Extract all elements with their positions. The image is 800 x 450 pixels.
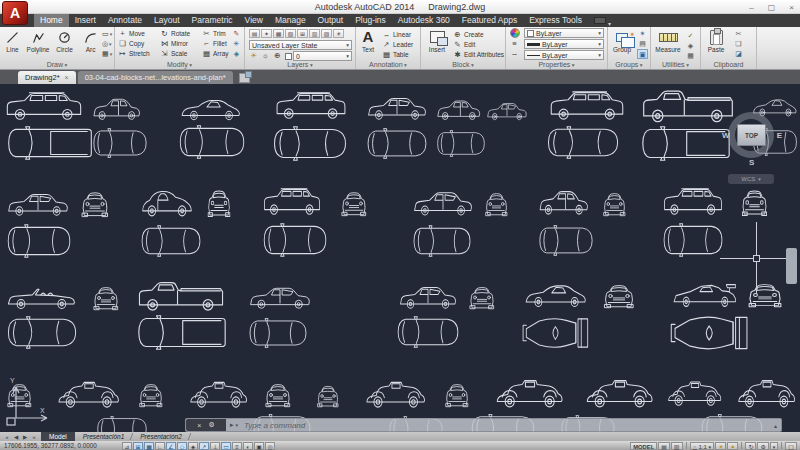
- 3d-object-snap-toggle[interactable]: ◈: [188, 442, 198, 450]
- object-snap-tracking-toggle[interactable]: ↗: [199, 442, 209, 450]
- car-block-pickup[interactable]: [640, 87, 736, 125]
- measure-button[interactable]: Measure: [654, 29, 682, 53]
- layer-tool-icon-6[interactable]: ▨: [321, 29, 332, 38]
- car-block-front[interactable]: [602, 283, 636, 309]
- ribbon-display-toggle[interactable]: [594, 14, 611, 27]
- car-block-race-top[interactable]: [670, 312, 752, 354]
- car-block-front[interactable]: [92, 285, 120, 311]
- viewcube-top-face[interactable]: TOP: [737, 124, 766, 146]
- offset-tool[interactable]: ◈: [231, 49, 242, 59]
- car-block-front[interactable]: [602, 191, 627, 217]
- layer-tool-icon-7[interactable]: ☀: [333, 29, 344, 38]
- car-block-sedan[interactable]: [6, 190, 70, 218]
- file-tab-cad-blocks[interactable]: 03-04-cad-blocks-net...levations-and-pla…: [78, 71, 233, 84]
- command-history-icon[interactable]: [774, 422, 777, 429]
- annotation-scale-button[interactable]: 1:1: [690, 442, 714, 450]
- car-block-car-top[interactable]: [436, 130, 486, 157]
- copy-clip-tool[interactable]: ❏: [733, 39, 744, 49]
- close-button[interactable]: [789, 3, 794, 12]
- car-block-race[interactable]: [672, 280, 738, 308]
- first-layout-button[interactable]: [3, 434, 11, 440]
- car-block-car-top[interactable]: [248, 318, 308, 348]
- car-block-suv[interactable]: [548, 89, 626, 122]
- layers-panel-label[interactable]: Layers: [245, 60, 355, 69]
- workspace-sync-button[interactable]: [745, 442, 756, 450]
- scale-tool[interactable]: Scale: [160, 49, 187, 59]
- car-block-front[interactable]: [740, 188, 769, 217]
- dynamic-input-toggle[interactable]: ▭: [221, 442, 231, 450]
- car-block-pickup-top[interactable]: [640, 126, 732, 161]
- cut-tool[interactable]: ✂: [733, 29, 744, 39]
- annotation-visibility-button[interactable]: [715, 442, 726, 450]
- car-block-suv[interactable]: [274, 90, 348, 121]
- car-block-car-top[interactable]: [6, 316, 78, 349]
- stretch-tool[interactable]: Stretch: [118, 49, 150, 59]
- ribbon-tab-annotate[interactable]: Annotate: [102, 14, 148, 27]
- modify-panel-label[interactable]: Modify: [115, 60, 244, 69]
- ellipse-tool-button[interactable]: ◎: [102, 39, 112, 49]
- snap-mode-toggle[interactable]: ⊞: [133, 442, 143, 450]
- infer-constraints-toggle[interactable]: ⊿: [122, 442, 132, 450]
- minimize-button[interactable]: [749, 3, 753, 12]
- vertical-scrollbar-thumb[interactable]: [786, 248, 797, 284]
- car-block-suv[interactable]: [662, 186, 724, 217]
- car-block-pickup-top[interactable]: [6, 126, 94, 160]
- layer-tool-icon-4[interactable]: ⊞: [297, 29, 308, 38]
- previous-layout-button[interactable]: [12, 434, 20, 440]
- insert-block-button[interactable]: Insert: [424, 29, 450, 53]
- erase-tool[interactable]: ✎: [231, 29, 242, 39]
- ribbon-tab-manage[interactable]: Manage: [269, 14, 312, 27]
- layer-tool-icon-5[interactable]: ▥: [309, 29, 320, 38]
- command-input[interactable]: [240, 421, 774, 430]
- car-block-car-top[interactable]: [6, 224, 72, 258]
- car-block-car-top[interactable]: [262, 223, 328, 257]
- text-tool-button[interactable]: Text: [358, 29, 378, 53]
- copy-tool[interactable]: Copy: [118, 39, 144, 49]
- car-block-car-top[interactable]: [140, 225, 202, 257]
- workspace-switching-button[interactable]: [757, 442, 768, 450]
- ribbon-tab-layout[interactable]: Layout: [148, 14, 186, 27]
- ribbon-tab-express-tools[interactable]: Express Tools: [523, 14, 588, 27]
- file-tab-drawing2[interactable]: Drawing2*: [18, 71, 76, 84]
- car-block-car-top[interactable]: [92, 128, 148, 158]
- ribbon-tab-autodesk-360[interactable]: Autodesk 360: [392, 14, 456, 27]
- layer-state-dropdown[interactable]: Unsaved Layer State: [249, 40, 352, 50]
- quick-view-layouts-button[interactable]: [658, 442, 670, 450]
- circle-tool-button[interactable]: Circle: [53, 29, 76, 53]
- car-block-classic[interactable]: [736, 376, 798, 410]
- lineweight-toggle[interactable]: ≡: [232, 442, 242, 450]
- layout-tab-presentaci-n1[interactable]: Presentación1: [75, 432, 133, 441]
- car-block-front[interactable]: [468, 285, 496, 310]
- quick-view-drawings-button[interactable]: [671, 442, 683, 450]
- arc-tool-button[interactable]: Arc: [79, 29, 102, 53]
- polar-tracking-toggle[interactable]: ∠: [166, 442, 176, 450]
- car-block-front[interactable]: [264, 382, 292, 408]
- layout-tab-model[interactable]: Model: [41, 432, 75, 441]
- car-block-car-top[interactable]: [366, 128, 428, 159]
- car-block-front[interactable]: [340, 190, 368, 217]
- viewcube-south[interactable]: S: [749, 158, 754, 167]
- car-block-car-top[interactable]: [396, 316, 460, 348]
- car-block-car-top[interactable]: [546, 126, 620, 159]
- utilities-panel-label[interactable]: Utilities: [651, 60, 700, 69]
- maximize-button[interactable]: [768, 3, 776, 12]
- layer-tool-icon-3[interactable]: ▧: [285, 29, 296, 38]
- ribbon-tab-featured-apps[interactable]: Featured Apps: [456, 14, 523, 27]
- car-block-classic[interactable]: [364, 378, 428, 410]
- move-tool[interactable]: Move: [118, 29, 145, 39]
- object-color-dropdown[interactable]: ByLayer: [524, 28, 604, 38]
- object-snap-toggle[interactable]: ◇: [177, 442, 187, 450]
- array-tool[interactable]: Array: [202, 49, 229, 59]
- drawing-canvas[interactable]: W E S TOP WCS Y X: [0, 84, 800, 432]
- car-block-beetle[interactable]: [140, 188, 194, 218]
- autocad-logo[interactable]: A: [2, 1, 28, 25]
- car-block-hatch[interactable]: [92, 96, 142, 122]
- layer-tool-icon-0[interactable]: ▤: [249, 29, 260, 38]
- car-block-front[interactable]: [746, 282, 784, 308]
- group-selection-toggle[interactable]: ▣: [637, 49, 648, 59]
- car-block-front[interactable]: [206, 188, 232, 218]
- car-block-car-top[interactable]: [272, 126, 348, 161]
- car-block-suv[interactable]: [262, 186, 322, 217]
- trim-tool[interactable]: Trim: [202, 29, 226, 39]
- paste-button[interactable]: Paste: [704, 29, 728, 53]
